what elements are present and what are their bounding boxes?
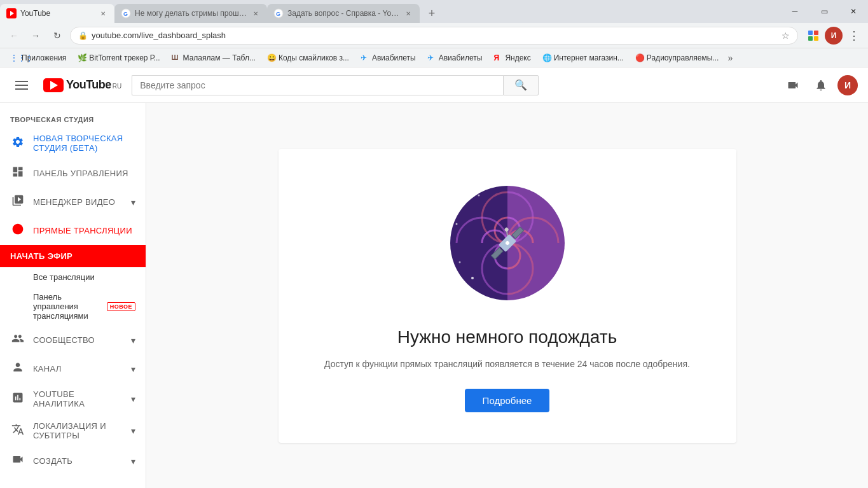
avatar[interactable]: И	[837, 75, 858, 95]
sidebar-item-new-studio[interactable]: НОВАЯ ТВОРЧЕСКАЯ СТУДИЯ (БЕТА)	[0, 127, 146, 159]
live-label: ПРЯМЫЕ ТРАНСЛЯЦИИ	[33, 226, 135, 235]
notifications-button[interactable]	[809, 74, 832, 97]
sidebar-item-localization[interactable]: ЛОКАЛИЗАЦИЯ И СУБТИТРЫ ▾	[0, 415, 146, 447]
bookmark-yandex[interactable]: Я Яндекс	[488, 52, 535, 64]
bookmark-internet[interactable]: 🌐 Интернет магазин...	[537, 52, 629, 64]
yt-logo[interactable]: YouTube RU	[43, 78, 121, 92]
sidebar-sub-stream-dashboard[interactable]: Панель управления трансляциями НОВОЕ	[0, 287, 146, 326]
lock-icon: 🔒	[78, 31, 88, 40]
bookmark-internet-label: Интернет магазин...	[554, 53, 624, 62]
window-controls: ─ ▭ ✕	[780, 0, 868, 23]
svg-point-21	[458, 261, 460, 263]
avia1-favicon: ✈	[361, 53, 369, 62]
community-icon	[10, 332, 25, 348]
tab-youtube-close[interactable]: ✕	[98, 8, 108, 18]
channel-label: КАНАЛ	[33, 364, 123, 373]
channel-arrow-icon: ▾	[131, 364, 135, 374]
svg-rect-7	[814, 31, 818, 35]
emoji-favicon: 😀	[267, 53, 276, 62]
radio-favicon: 🔴	[635, 53, 644, 62]
apps-favicon: ⋮⋮⋮	[10, 53, 19, 62]
new-tab-button[interactable]: +	[422, 4, 441, 23]
localization-label: ЛОКАЛИЗАЦИЯ И СУБТИТРЫ	[33, 421, 123, 440]
video-manager-label: МЕНЕДЖЕР ВИДЕО	[33, 197, 123, 207]
sidebar-sub-start-live[interactable]: Начать эфир	[0, 245, 146, 267]
tab-google2-close[interactable]: ✕	[403, 8, 413, 18]
new-badge: НОВОЕ	[107, 302, 135, 311]
youtube-app: YouTube RU 🔍 И	[0, 67, 868, 488]
community-arrow-icon: ▾	[131, 335, 135, 345]
forward-button[interactable]: →	[27, 27, 45, 45]
sidebar-sub-all-streams[interactable]: Все трансляции	[0, 267, 146, 287]
bookmark-yandex-label: Яндекс	[505, 53, 530, 62]
tab-youtube[interactable]: YouTube ✕	[0, 4, 114, 23]
sidebar-item-live[interactable]: ПРЯМЫЕ ТРАНСЛЯЦИИ	[0, 216, 146, 245]
bookmark-radio[interactable]: 🔴 Радиоуправляемы...	[630, 52, 724, 64]
bittorrent-favicon: 🌿	[78, 53, 86, 62]
sidebar-item-create[interactable]: СОЗДАТЬ ▾	[0, 447, 146, 475]
search-input[interactable]	[132, 75, 503, 95]
create-arrow-icon: ▾	[131, 456, 135, 466]
channel-icon	[10, 361, 25, 377]
analytics-arrow-icon: ▾	[131, 394, 135, 404]
community-label: СООБЩЕСТВО	[33, 335, 123, 345]
more-menu-button[interactable]: ⋮	[845, 27, 863, 45]
tab-google2[interactable]: G Задать вопрос - Справка - YouT... ✕	[267, 4, 420, 23]
bookmark-star-icon[interactable]: ☆	[782, 31, 790, 41]
bookmark-bittorrent[interactable]: 🌿 BitTorrent трекер Р...	[72, 52, 165, 64]
video-manager-icon	[10, 194, 25, 210]
all-streams-label: Все трансляции	[33, 272, 95, 282]
browser-window: YouTube ✕ G Не могу делать стримы прошл.…	[0, 0, 868, 488]
svg-point-17	[462, 204, 464, 206]
splash-card: Нужно немного подождать Доступ к функции…	[279, 149, 736, 443]
yt-menu-button[interactable]	[10, 74, 33, 97]
internet-favicon: 🌐	[542, 53, 551, 62]
google2-favicon: G	[273, 8, 284, 18]
sidebar-item-channel[interactable]: КАНАЛ ▾	[0, 354, 146, 383]
maximize-button[interactable]: ▭	[809, 3, 839, 21]
splash-title: Нужно немного подождать	[397, 327, 617, 347]
svg-rect-9	[814, 36, 818, 41]
upload-button[interactable]	[782, 74, 804, 97]
yt-content: Нужно немного подождать Доступ к функции…	[146, 103, 868, 488]
address-field[interactable]: 🔒 youtube.com/live_dashboard_splash ☆	[70, 27, 798, 45]
yt-play-icon	[50, 81, 58, 90]
sidebar-item-video-manager[interactable]: МЕНЕДЖЕР ВИДЕО ▾	[0, 188, 146, 216]
back-button[interactable]: ←	[5, 27, 23, 45]
bookmark-malayalam[interactable]: Ш Малаялам — Табл...	[167, 52, 261, 64]
svg-rect-10	[15, 81, 28, 82]
bookmark-emoji[interactable]: 😀 Коды смайликов з...	[262, 52, 354, 64]
tab-google1[interactable]: G Не могу делать стримы прошл... ✕	[114, 4, 267, 23]
bookmark-emoji-label: Коды смайликов з...	[279, 53, 349, 62]
localization-arrow-icon: ▾	[131, 426, 135, 436]
start-live-label: Начать эфир	[10, 251, 72, 261]
bookmark-avia1[interactable]: ✈ Авиабилеты	[355, 52, 421, 64]
sidebar-item-dashboard[interactable]: ПАНЕЛЬ УПРАВЛЕНИЯ	[0, 159, 146, 188]
yt-header: YouTube RU 🔍 И	[0, 67, 868, 103]
bookmarks-bar: ⋮⋮⋮ Приложения 🌿 BitTorrent трекер Р... …	[0, 48, 868, 67]
address-bar-row: ← → ↻ 🔒 youtube.com/live_dashboard_splas…	[0, 23, 868, 48]
search-button[interactable]: 🔍	[503, 75, 539, 95]
learn-more-button[interactable]: Подробнее	[465, 389, 550, 412]
svg-point-19	[455, 223, 457, 225]
svg-rect-8	[808, 36, 813, 41]
extensions-button[interactable]	[804, 27, 822, 45]
profile-icon[interactable]: И	[825, 27, 843, 45]
bookmark-avia2[interactable]: ✈ Авиабилеты	[422, 52, 488, 64]
splash-subtitle: Доступ к функции прямых трансляций появл…	[324, 358, 690, 371]
yt-main: ТВОРЧЕСКАЯ СТУДИЯ НОВАЯ ТВОРЧЕСКАЯ СТУДИ…	[0, 103, 868, 488]
localization-icon	[10, 423, 25, 439]
refresh-button[interactable]: ↻	[48, 27, 66, 45]
search-form: 🔍	[132, 75, 539, 95]
sidebar-item-community[interactable]: СООБЩЕСТВО ▾	[0, 326, 146, 354]
sidebar-item-analytics[interactable]: YOUTUBE АНАЛИТИКА ▾	[0, 383, 146, 415]
splash-illustration	[444, 179, 571, 307]
bookmarks-more-button[interactable]: »	[727, 53, 733, 63]
svg-text:G: G	[123, 11, 128, 17]
minimize-button[interactable]: ─	[780, 3, 809, 21]
svg-point-18	[478, 194, 479, 196]
bookmark-apps[interactable]: ⋮⋮⋮ Приложения	[5, 52, 71, 64]
svg-text:G: G	[276, 11, 280, 17]
close-button[interactable]: ✕	[839, 3, 868, 21]
tab-google1-close[interactable]: ✕	[251, 8, 261, 18]
